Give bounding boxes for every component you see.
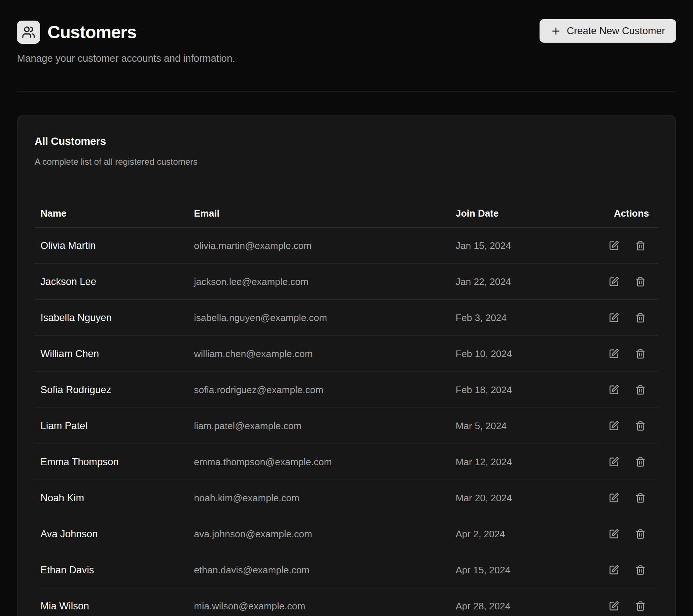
customer-join-date: Mar 5, 2024 bbox=[450, 408, 603, 444]
row-actions bbox=[609, 529, 653, 539]
customer-join-date: Apr 15, 2024 bbox=[450, 552, 603, 588]
table-row: William Chen william.chen@example.com Fe… bbox=[35, 336, 658, 372]
customer-name: Isabella Nguyen bbox=[35, 300, 188, 336]
square-pen-icon bbox=[609, 457, 619, 467]
customer-name: William Chen bbox=[35, 336, 188, 372]
table-row: Mia Wilson mia.wilson@example.com Apr 28… bbox=[35, 588, 658, 616]
trash-icon bbox=[635, 349, 646, 359]
square-pen-icon bbox=[609, 601, 619, 611]
edit-customer-button[interactable] bbox=[609, 241, 619, 251]
row-actions bbox=[609, 565, 653, 575]
create-button-label: Create New Customer bbox=[567, 25, 665, 37]
customer-join-date: Feb 18, 2024 bbox=[450, 372, 603, 408]
customer-join-date: Jan 22, 2024 bbox=[450, 264, 603, 300]
delete-customer-button[interactable] bbox=[635, 529, 646, 539]
customer-name: Olivia Martin bbox=[35, 228, 188, 264]
delete-customer-button[interactable] bbox=[635, 277, 646, 287]
table-row: Ava Johnson ava.johnson@example.com Apr … bbox=[35, 516, 658, 552]
plus-icon bbox=[551, 26, 561, 36]
table-row: Noah Kim noah.kim@example.com Mar 20, 20… bbox=[35, 480, 658, 516]
trash-icon bbox=[635, 241, 646, 251]
delete-customer-button[interactable] bbox=[635, 601, 646, 611]
row-actions bbox=[609, 421, 653, 431]
table-row: Emma Thompson emma.thompson@example.com … bbox=[35, 444, 658, 480]
row-actions bbox=[609, 277, 653, 287]
table-row: Liam Patel liam.patel@example.com Mar 5,… bbox=[35, 408, 658, 444]
customer-email: emma.thompson@example.com bbox=[188, 444, 450, 480]
page-title: Customers bbox=[47, 24, 137, 41]
edit-customer-button[interactable] bbox=[609, 313, 619, 323]
square-pen-icon bbox=[609, 493, 619, 503]
column-header-join-date: Join Date bbox=[450, 200, 603, 228]
customer-name: Mia Wilson bbox=[35, 588, 188, 616]
customer-email: ava.johnson@example.com bbox=[188, 516, 450, 552]
edit-customer-button[interactable] bbox=[609, 565, 619, 575]
customer-name: Noah Kim bbox=[35, 480, 188, 516]
row-actions bbox=[609, 601, 653, 611]
delete-customer-button[interactable] bbox=[635, 457, 646, 467]
delete-customer-button[interactable] bbox=[635, 565, 646, 575]
customers-table-wrap: Name Email Join Date Actions Olivia Mart… bbox=[35, 200, 658, 616]
edit-customer-button[interactable] bbox=[609, 277, 619, 287]
all-customers-card: All Customers A complete list of all reg… bbox=[17, 115, 676, 616]
row-actions bbox=[609, 349, 653, 359]
users-icon-box bbox=[17, 21, 40, 44]
square-pen-icon bbox=[609, 349, 619, 359]
row-actions bbox=[609, 241, 653, 251]
customer-join-date: Mar 12, 2024 bbox=[450, 444, 603, 480]
customer-email: william.chen@example.com bbox=[188, 336, 450, 372]
edit-customer-button[interactable] bbox=[609, 493, 619, 503]
table-row: Isabella Nguyen isabella.nguyen@example.… bbox=[35, 300, 658, 336]
customer-name: Ava Johnson bbox=[35, 516, 188, 552]
customer-email: isabella.nguyen@example.com bbox=[188, 300, 450, 336]
row-actions bbox=[609, 385, 653, 395]
edit-customer-button[interactable] bbox=[609, 601, 619, 611]
row-actions bbox=[609, 457, 653, 467]
users-icon bbox=[22, 25, 35, 39]
trash-icon bbox=[635, 277, 646, 287]
customer-email: sofia.rodriguez@example.com bbox=[188, 372, 450, 408]
trash-icon bbox=[635, 493, 646, 503]
trash-icon bbox=[635, 601, 646, 611]
edit-customer-button[interactable] bbox=[609, 529, 619, 539]
delete-customer-button[interactable] bbox=[635, 421, 646, 431]
customer-email: ethan.davis@example.com bbox=[188, 552, 450, 588]
page-subtitle: Manage your customer accounts and inform… bbox=[17, 53, 676, 64]
table-row: Sofia Rodriguez sofia.rodriguez@example.… bbox=[35, 372, 658, 408]
edit-customer-button[interactable] bbox=[609, 349, 619, 359]
customer-email: liam.patel@example.com bbox=[188, 408, 450, 444]
customer-email: jackson.lee@example.com bbox=[188, 264, 450, 300]
delete-customer-button[interactable] bbox=[635, 241, 646, 251]
square-pen-icon bbox=[609, 421, 619, 431]
customer-join-date: Apr 28, 2024 bbox=[450, 588, 603, 616]
page-header: Customers Manage your customer accounts … bbox=[17, 0, 676, 64]
delete-customer-button[interactable] bbox=[635, 493, 646, 503]
delete-customer-button[interactable] bbox=[635, 313, 646, 323]
trash-icon bbox=[635, 313, 646, 323]
customer-join-date: Feb 3, 2024 bbox=[450, 300, 603, 336]
table-row: Ethan Davis ethan.davis@example.com Apr … bbox=[35, 552, 658, 588]
customer-name: Sofia Rodriguez bbox=[35, 372, 188, 408]
table-row: Jackson Lee jackson.lee@example.com Jan … bbox=[35, 264, 658, 300]
trash-icon bbox=[635, 385, 646, 395]
column-header-name: Name bbox=[35, 200, 188, 228]
square-pen-icon bbox=[609, 385, 619, 395]
square-pen-icon bbox=[609, 529, 619, 539]
delete-customer-button[interactable] bbox=[635, 385, 646, 395]
edit-customer-button[interactable] bbox=[609, 457, 619, 467]
edit-customer-button[interactable] bbox=[609, 421, 619, 431]
square-pen-icon bbox=[609, 313, 619, 323]
delete-customer-button[interactable] bbox=[635, 349, 646, 359]
trash-icon bbox=[635, 421, 646, 431]
row-actions bbox=[609, 493, 653, 503]
square-pen-icon bbox=[609, 241, 619, 251]
edit-customer-button[interactable] bbox=[609, 385, 619, 395]
trash-icon bbox=[635, 565, 646, 575]
customers-table: Name Email Join Date Actions Olivia Mart… bbox=[35, 200, 658, 616]
trash-icon bbox=[635, 457, 646, 467]
customer-name: Emma Thompson bbox=[35, 444, 188, 480]
header-divider bbox=[17, 91, 676, 92]
trash-icon bbox=[635, 529, 646, 539]
create-new-customer-button[interactable]: Create New Customer bbox=[540, 19, 676, 43]
customer-join-date: Feb 10, 2024 bbox=[450, 336, 603, 372]
